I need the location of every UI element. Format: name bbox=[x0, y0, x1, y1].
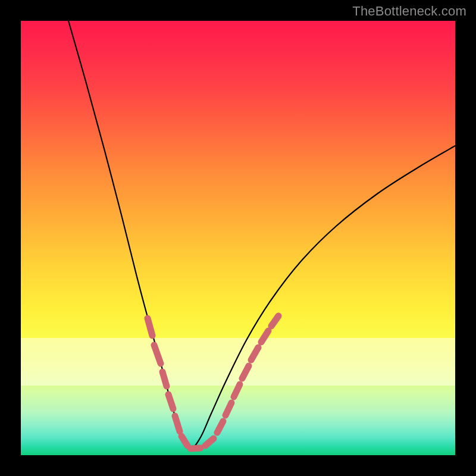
dash-segment bbox=[148, 318, 152, 336]
dash-segment bbox=[226, 403, 231, 415]
dash-segment bbox=[242, 366, 249, 378]
dash-segment bbox=[168, 394, 173, 409]
dash-segment bbox=[162, 372, 167, 386]
chart-frame: TheBottleneck.com bbox=[0, 0, 476, 476]
dash-segment bbox=[234, 384, 240, 397]
dash-segment bbox=[251, 347, 258, 360]
dash-segment bbox=[271, 316, 278, 326]
dash-segment bbox=[190, 448, 201, 449]
dash-segment bbox=[175, 416, 180, 431]
bottleneck-curve bbox=[68, 21, 455, 448]
watermark-text: TheBottleneck.com bbox=[352, 4, 466, 19]
dash-segment bbox=[217, 421, 223, 433]
dash-segment bbox=[181, 436, 187, 446]
plot-area bbox=[21, 21, 455, 455]
dash-overlay bbox=[148, 316, 278, 449]
curve-layer bbox=[21, 21, 455, 455]
dash-segment bbox=[261, 331, 268, 342]
dash-segment bbox=[205, 439, 214, 446]
dash-segment bbox=[154, 345, 161, 364]
